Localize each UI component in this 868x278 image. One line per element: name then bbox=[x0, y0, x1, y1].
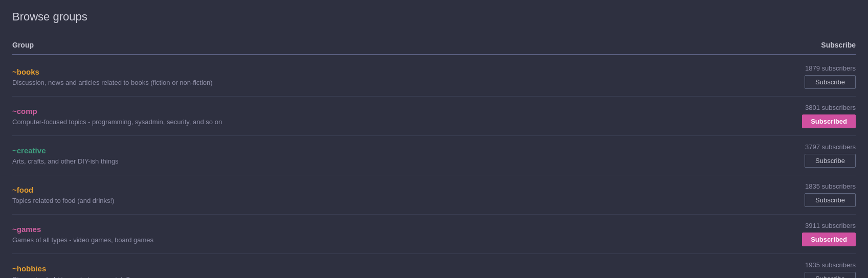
group-subscribe-area-food: 1835 subscribersSubscribe bbox=[753, 182, 856, 207]
group-subscribe-area-hobbies: 1935 subscribersSubscribe bbox=[753, 261, 856, 278]
subscriber-count-games: 3911 subscribers bbox=[805, 222, 856, 229]
header-subscribe-label: Subscribe bbox=[753, 41, 856, 49]
group-row: ~creativeArts, crafts, and other DIY-ish… bbox=[12, 136, 856, 175]
group-subscribe-area-games: 3911 subscribersSubscribed bbox=[753, 222, 856, 246]
group-description-games: Games of all types - video games, board … bbox=[12, 236, 153, 244]
group-row: ~hobbiesDiscussing hobbies - what are yo… bbox=[12, 254, 856, 278]
group-description-books: Discussion, news and articles related to… bbox=[12, 79, 213, 86]
group-description-hobbies: Discussing hobbies - what are you into? bbox=[12, 275, 130, 279]
group-name-food[interactable]: ~food bbox=[12, 186, 753, 194]
page-title: Browse groups bbox=[12, 10, 856, 24]
header-group-label: Group bbox=[12, 41, 34, 49]
group-info-creative: ~creativeArts, crafts, and other DIY-ish… bbox=[12, 146, 753, 165]
group-info-hobbies: ~hobbiesDiscussing hobbies - what are yo… bbox=[12, 264, 753, 279]
group-name-comp[interactable]: ~comp bbox=[12, 107, 753, 115]
group-description-food: Topics related to food (and drinks!) bbox=[12, 197, 114, 204]
group-info-food: ~foodTopics related to food (and drinks!… bbox=[12, 186, 753, 204]
group-description-creative: Arts, crafts, and other DIY-ish things bbox=[12, 157, 119, 165]
subscriber-count-creative: 3797 subscribers bbox=[805, 143, 856, 151]
subscriber-count-books: 1879 subscribers bbox=[805, 64, 856, 72]
group-subscribe-area-books: 1879 subscribersSubscribe bbox=[753, 64, 856, 89]
group-info-games: ~gamesGames of all types - video games, … bbox=[12, 225, 753, 244]
group-name-creative[interactable]: ~creative bbox=[12, 146, 753, 155]
group-name-books[interactable]: ~books bbox=[12, 67, 753, 76]
subscribe-button-food[interactable]: Subscribe bbox=[805, 193, 856, 207]
group-name-games[interactable]: ~games bbox=[12, 225, 753, 234]
group-subscribe-area-comp: 3801 subscribersSubscribed bbox=[753, 104, 856, 128]
subscriber-count-hobbies: 1935 subscribers bbox=[805, 261, 856, 269]
groups-list: ~booksDiscussion, news and articles rela… bbox=[12, 57, 856, 278]
group-row: ~foodTopics related to food (and drinks!… bbox=[12, 175, 856, 215]
group-info-books: ~booksDiscussion, news and articles rela… bbox=[12, 67, 753, 86]
subscriber-count-comp: 3801 subscribers bbox=[805, 104, 856, 111]
group-description-comp: Computer-focused topics - programming, s… bbox=[12, 118, 222, 126]
subscribe-button-books[interactable]: Subscribe bbox=[805, 75, 856, 89]
table-header: Group Subscribe bbox=[12, 36, 856, 55]
group-row: ~gamesGames of all types - video games, … bbox=[12, 215, 856, 254]
page-container: Browse groups Group Subscribe ~booksDisc… bbox=[0, 0, 868, 278]
subscriber-count-food: 1835 subscribers bbox=[805, 182, 856, 190]
subscribe-button-games[interactable]: Subscribed bbox=[802, 233, 856, 246]
group-subscribe-area-creative: 3797 subscribersSubscribe bbox=[753, 143, 856, 168]
subscribe-button-hobbies[interactable]: Subscribe bbox=[805, 272, 856, 278]
subscribe-button-creative[interactable]: Subscribe bbox=[805, 154, 856, 168]
subscribe-button-comp[interactable]: Subscribed bbox=[802, 114, 856, 128]
group-row: ~booksDiscussion, news and articles rela… bbox=[12, 57, 856, 97]
group-info-comp: ~compComputer-focused topics - programmi… bbox=[12, 107, 753, 126]
group-row: ~compComputer-focused topics - programmi… bbox=[12, 97, 856, 136]
group-name-hobbies[interactable]: ~hobbies bbox=[12, 264, 753, 273]
